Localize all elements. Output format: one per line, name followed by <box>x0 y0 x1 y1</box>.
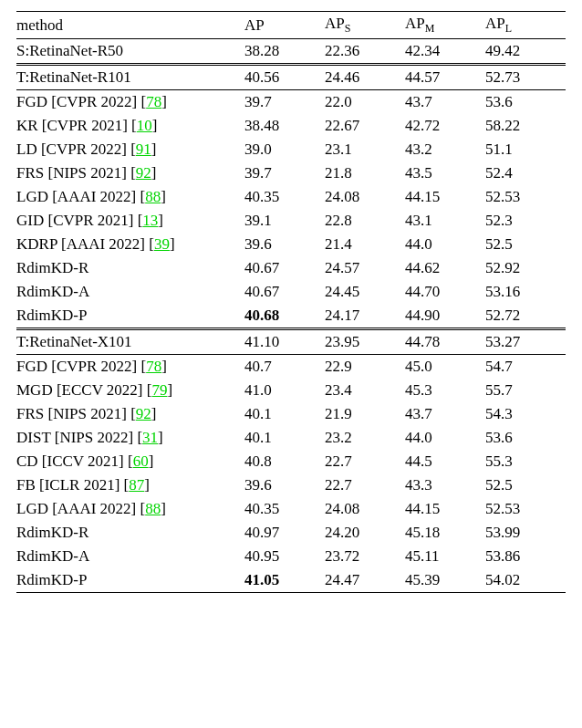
citation-link[interactable]: 13 <box>142 212 158 229</box>
value-cell: 24.17 <box>325 304 405 329</box>
value-cell: 39.6 <box>244 233 325 256</box>
value-cell: 44.15 <box>405 185 485 209</box>
value-cell: 54.7 <box>485 355 566 380</box>
value-cell: 55.3 <box>485 450 566 473</box>
citation-link[interactable]: 60 <box>133 452 149 470</box>
value-cell: 22.9 <box>325 355 405 380</box>
table-row: CD [ICCV 2021] [60]40.822.744.555.3 <box>16 450 566 473</box>
citation-link[interactable]: 31 <box>142 429 158 446</box>
value-cell: 40.8 <box>244 450 325 473</box>
col-header-method: method <box>16 12 244 39</box>
value-cell: 40.56 <box>244 65 325 90</box>
col-header-apm: APM <box>405 12 485 39</box>
value-cell: 44.90 <box>405 304 485 329</box>
citation-link[interactable]: 39 <box>154 235 170 253</box>
value-cell: 39.1 <box>244 209 325 233</box>
value-cell: 24.47 <box>325 568 405 593</box>
value-cell: 43.7 <box>405 402 485 426</box>
value-cell: 41.0 <box>244 379 325 402</box>
value-cell: 23.2 <box>325 426 405 450</box>
method-cell: T:RetinaNet-R101 <box>16 65 244 90</box>
value-cell: 22.67 <box>325 114 405 138</box>
method-cell: RdimKD-R <box>16 521 244 545</box>
col-header-aps: APS <box>325 12 405 39</box>
table-row: MGD [ECCV 2022] [79]41.023.445.355.7 <box>16 379 566 402</box>
value-cell: 40.68 <box>244 304 325 329</box>
value-cell: 45.3 <box>405 379 485 402</box>
value-cell: 52.92 <box>485 256 566 280</box>
value-cell: 52.5 <box>485 233 566 256</box>
citation-link[interactable]: 92 <box>136 405 151 422</box>
method-cell: DIST [NIPS 2022] [31] <box>16 426 244 450</box>
table-row: KDRP [AAAI 2022] [39]39.621.444.052.5 <box>16 233 566 256</box>
table-row: RdimKD-P40.6824.1744.9052.72 <box>16 304 566 329</box>
value-cell: 44.70 <box>405 280 485 304</box>
value-cell: 54.3 <box>485 402 566 426</box>
citation-link[interactable]: 78 <box>146 93 161 110</box>
method-cell: MGD [ECCV 2022] [79] <box>16 379 244 402</box>
col-header-ap: AP <box>244 12 325 39</box>
table-row: FGD [CVPR 2022] [78]40.722.945.054.7 <box>16 355 566 380</box>
value-cell: 21.4 <box>325 233 405 256</box>
value-cell: 45.18 <box>405 521 485 545</box>
value-cell: 40.35 <box>244 185 325 209</box>
value-cell: 53.86 <box>485 545 566 568</box>
citation-link[interactable]: 78 <box>146 358 161 375</box>
method-cell: KDRP [AAAI 2022] [39] <box>16 233 244 256</box>
citation-link[interactable]: 91 <box>136 140 151 158</box>
value-cell: 54.02 <box>485 568 566 593</box>
value-cell: 24.20 <box>325 521 405 545</box>
citation-link[interactable]: 88 <box>145 188 161 205</box>
value-cell: 49.42 <box>485 39 566 65</box>
method-cell: FGD [CVPR 2022] [78] <box>16 90 244 115</box>
value-cell: 44.5 <box>405 450 485 473</box>
col-header-apl: APL <box>485 12 566 39</box>
table-row: LGD [AAAI 2022] [88]40.3524.0844.1552.53 <box>16 497 566 521</box>
value-cell: 24.57 <box>325 256 405 280</box>
value-cell: 55.7 <box>485 379 566 402</box>
citation-link[interactable]: 87 <box>129 476 144 494</box>
value-cell: 53.6 <box>485 426 566 450</box>
table-row: RdimKD-R40.9724.2045.1853.99 <box>16 521 566 545</box>
value-cell: 24.46 <box>325 65 405 90</box>
value-cell: 52.5 <box>485 473 566 497</box>
table-row: FGD [CVPR 2022] [78]39.722.043.753.6 <box>16 90 566 115</box>
value-cell: 53.27 <box>485 329 566 355</box>
value-cell: 39.6 <box>244 473 325 497</box>
citation-link[interactable]: 79 <box>151 381 167 399</box>
value-cell: 44.0 <box>405 426 485 450</box>
method-cell: CD [ICCV 2021] [60] <box>16 450 244 473</box>
value-cell: 40.7 <box>244 355 325 380</box>
value-cell: 40.1 <box>244 426 325 450</box>
table-row: FRS [NIPS 2021] [92]40.121.943.754.3 <box>16 402 566 426</box>
method-cell: LGD [AAAI 2022] [88] <box>16 185 244 209</box>
value-cell: 51.1 <box>485 138 566 161</box>
method-cell: RdimKD-R <box>16 256 244 280</box>
value-cell: 23.72 <box>325 545 405 568</box>
results-table: methodAPAPSAPMAPLS:RetinaNet-R5038.2822.… <box>16 11 566 593</box>
method-cell: T:RetinaNet-X101 <box>16 329 244 355</box>
value-cell: 44.62 <box>405 256 485 280</box>
value-cell: 43.1 <box>405 209 485 233</box>
citation-link[interactable]: 88 <box>145 500 161 517</box>
value-cell: 52.53 <box>485 497 566 521</box>
method-cell: RdimKD-A <box>16 280 244 304</box>
citation-link[interactable]: 92 <box>136 164 151 182</box>
value-cell: 44.78 <box>405 329 485 355</box>
method-cell: LGD [AAAI 2022] [88] <box>16 497 244 521</box>
value-cell: 39.7 <box>244 161 325 185</box>
citation-link[interactable]: 10 <box>137 117 152 134</box>
value-cell: 43.7 <box>405 90 485 115</box>
value-cell: 52.4 <box>485 161 566 185</box>
value-cell: 45.11 <box>405 545 485 568</box>
value-cell: 23.4 <box>325 379 405 402</box>
value-cell: 44.15 <box>405 497 485 521</box>
value-cell: 21.8 <box>325 161 405 185</box>
value-cell: 22.8 <box>325 209 405 233</box>
value-cell: 44.0 <box>405 233 485 256</box>
table-row: S:RetinaNet-R5038.2822.3642.3449.42 <box>16 39 566 65</box>
value-cell: 22.7 <box>325 450 405 473</box>
table-row: T:RetinaNet-R10140.5624.4644.5752.73 <box>16 65 566 90</box>
value-cell: 40.95 <box>244 545 325 568</box>
table-row: KR [CVPR 2021] [10]38.4822.6742.7258.22 <box>16 114 566 138</box>
